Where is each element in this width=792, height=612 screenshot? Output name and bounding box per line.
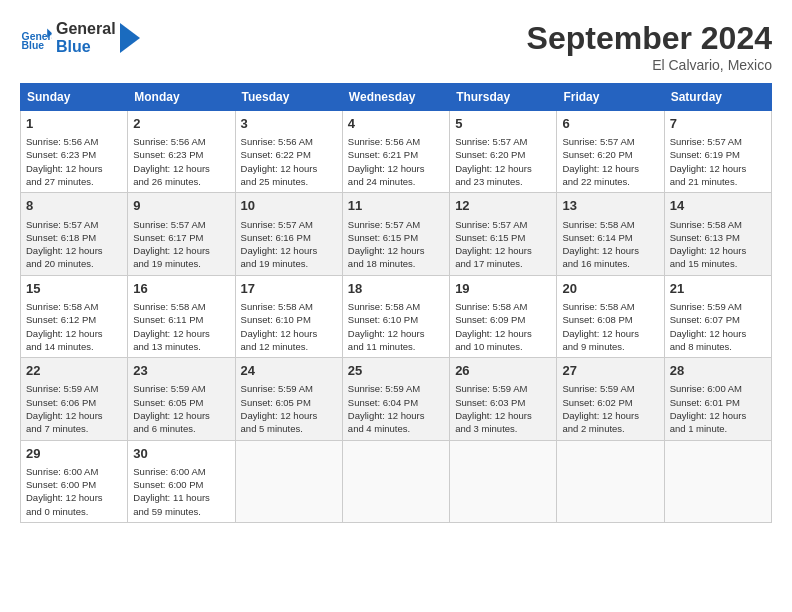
day-info: Sunrise: 5:59 AM: [455, 382, 551, 395]
day-info: and 16 minutes.: [562, 257, 658, 270]
day-info: Sunset: 6:20 PM: [562, 148, 658, 161]
day-info: and 17 minutes.: [455, 257, 551, 270]
day-info: Sunset: 6:17 PM: [133, 231, 229, 244]
day-info: Daylight: 12 hours: [348, 244, 444, 257]
day-number: 27: [562, 362, 658, 380]
day-info: Daylight: 12 hours: [26, 244, 122, 257]
calendar-cell: 30Sunrise: 6:00 AMSunset: 6:00 PMDayligh…: [128, 440, 235, 522]
day-info: Daylight: 12 hours: [348, 327, 444, 340]
day-info: Sunset: 6:03 PM: [455, 396, 551, 409]
day-info: Sunrise: 6:00 AM: [670, 382, 766, 395]
calendar-cell: [450, 440, 557, 522]
day-info: Daylight: 12 hours: [241, 244, 337, 257]
week-row-2: 8Sunrise: 5:57 AMSunset: 6:18 PMDaylight…: [21, 193, 772, 275]
calendar-cell: 8Sunrise: 5:57 AMSunset: 6:18 PMDaylight…: [21, 193, 128, 275]
day-info: and 5 minutes.: [241, 422, 337, 435]
day-info: Sunrise: 5:56 AM: [133, 135, 229, 148]
col-header-wednesday: Wednesday: [342, 84, 449, 111]
day-info: Sunrise: 5:58 AM: [562, 218, 658, 231]
day-info: Daylight: 12 hours: [348, 162, 444, 175]
logo-blue: Blue: [56, 38, 116, 56]
day-info: Sunrise: 5:59 AM: [241, 382, 337, 395]
calendar-cell: 22Sunrise: 5:59 AMSunset: 6:06 PMDayligh…: [21, 358, 128, 440]
calendar-cell: 10Sunrise: 5:57 AMSunset: 6:16 PMDayligh…: [235, 193, 342, 275]
day-info: Daylight: 12 hours: [133, 244, 229, 257]
day-info: Sunrise: 5:57 AM: [455, 218, 551, 231]
day-info: Sunset: 6:10 PM: [348, 313, 444, 326]
day-info: and 14 minutes.: [26, 340, 122, 353]
day-info: Sunrise: 5:59 AM: [562, 382, 658, 395]
day-info: Sunrise: 5:58 AM: [562, 300, 658, 313]
day-number: 8: [26, 197, 122, 215]
day-info: Sunrise: 5:56 AM: [241, 135, 337, 148]
col-header-thursday: Thursday: [450, 84, 557, 111]
calendar-cell: 9Sunrise: 5:57 AMSunset: 6:17 PMDaylight…: [128, 193, 235, 275]
week-row-1: 1Sunrise: 5:56 AMSunset: 6:23 PMDaylight…: [21, 111, 772, 193]
day-info: Daylight: 12 hours: [133, 162, 229, 175]
day-info: and 4 minutes.: [348, 422, 444, 435]
calendar-cell: 19Sunrise: 5:58 AMSunset: 6:09 PMDayligh…: [450, 275, 557, 357]
calendar-cell: 28Sunrise: 6:00 AMSunset: 6:01 PMDayligh…: [664, 358, 771, 440]
logo-icon: General Blue: [20, 22, 52, 54]
day-info: Sunrise: 5:56 AM: [348, 135, 444, 148]
day-info: Daylight: 12 hours: [241, 162, 337, 175]
day-info: Sunset: 6:09 PM: [455, 313, 551, 326]
day-number: 22: [26, 362, 122, 380]
day-info: Sunset: 6:19 PM: [670, 148, 766, 161]
day-info: Sunset: 6:20 PM: [455, 148, 551, 161]
day-info: Sunset: 6:16 PM: [241, 231, 337, 244]
day-info: Daylight: 12 hours: [562, 244, 658, 257]
day-info: Daylight: 12 hours: [455, 162, 551, 175]
day-info: and 26 minutes.: [133, 175, 229, 188]
day-info: Sunrise: 5:59 AM: [348, 382, 444, 395]
calendar-cell: 18Sunrise: 5:58 AMSunset: 6:10 PMDayligh…: [342, 275, 449, 357]
day-number: 2: [133, 115, 229, 133]
calendar-cell: 26Sunrise: 5:59 AMSunset: 6:03 PMDayligh…: [450, 358, 557, 440]
calendar-table: SundayMondayTuesdayWednesdayThursdayFrid…: [20, 83, 772, 523]
day-number: 1: [26, 115, 122, 133]
calendar-cell: 5Sunrise: 5:57 AMSunset: 6:20 PMDaylight…: [450, 111, 557, 193]
day-info: Daylight: 12 hours: [670, 244, 766, 257]
week-row-4: 22Sunrise: 5:59 AMSunset: 6:06 PMDayligh…: [21, 358, 772, 440]
col-header-sunday: Sunday: [21, 84, 128, 111]
day-info: Sunrise: 5:57 AM: [670, 135, 766, 148]
day-number: 26: [455, 362, 551, 380]
logo-arrow-icon: [120, 23, 140, 53]
calendar-cell: 7Sunrise: 5:57 AMSunset: 6:19 PMDaylight…: [664, 111, 771, 193]
day-info: Daylight: 12 hours: [241, 327, 337, 340]
month-title: September 2024: [527, 20, 772, 57]
day-number: 6: [562, 115, 658, 133]
day-info: Sunset: 6:05 PM: [241, 396, 337, 409]
day-number: 20: [562, 280, 658, 298]
day-info: Sunset: 6:01 PM: [670, 396, 766, 409]
day-info: Sunrise: 5:58 AM: [455, 300, 551, 313]
calendar-cell: [235, 440, 342, 522]
col-header-friday: Friday: [557, 84, 664, 111]
day-info: Sunset: 6:10 PM: [241, 313, 337, 326]
day-info: and 6 minutes.: [133, 422, 229, 435]
calendar-cell: 12Sunrise: 5:57 AMSunset: 6:15 PMDayligh…: [450, 193, 557, 275]
day-number: 17: [241, 280, 337, 298]
day-info: and 19 minutes.: [133, 257, 229, 270]
day-info: Sunset: 6:23 PM: [26, 148, 122, 161]
day-info: Sunset: 6:14 PM: [562, 231, 658, 244]
calendar-cell: 23Sunrise: 5:59 AMSunset: 6:05 PMDayligh…: [128, 358, 235, 440]
day-info: Sunset: 6:15 PM: [455, 231, 551, 244]
day-info: Daylight: 12 hours: [670, 327, 766, 340]
calendar-header-row: SundayMondayTuesdayWednesdayThursdayFrid…: [21, 84, 772, 111]
day-info: Sunrise: 5:58 AM: [26, 300, 122, 313]
day-info: Sunset: 6:07 PM: [670, 313, 766, 326]
day-info: and 13 minutes.: [133, 340, 229, 353]
day-info: and 9 minutes.: [562, 340, 658, 353]
day-info: Daylight: 12 hours: [241, 409, 337, 422]
day-number: 13: [562, 197, 658, 215]
day-info: Daylight: 12 hours: [455, 409, 551, 422]
day-info: Daylight: 12 hours: [348, 409, 444, 422]
calendar-cell: 20Sunrise: 5:58 AMSunset: 6:08 PMDayligh…: [557, 275, 664, 357]
day-number: 23: [133, 362, 229, 380]
calendar-cell: [664, 440, 771, 522]
day-info: Sunrise: 5:57 AM: [26, 218, 122, 231]
day-info: Sunrise: 5:58 AM: [241, 300, 337, 313]
day-info: Sunrise: 5:57 AM: [133, 218, 229, 231]
col-header-saturday: Saturday: [664, 84, 771, 111]
